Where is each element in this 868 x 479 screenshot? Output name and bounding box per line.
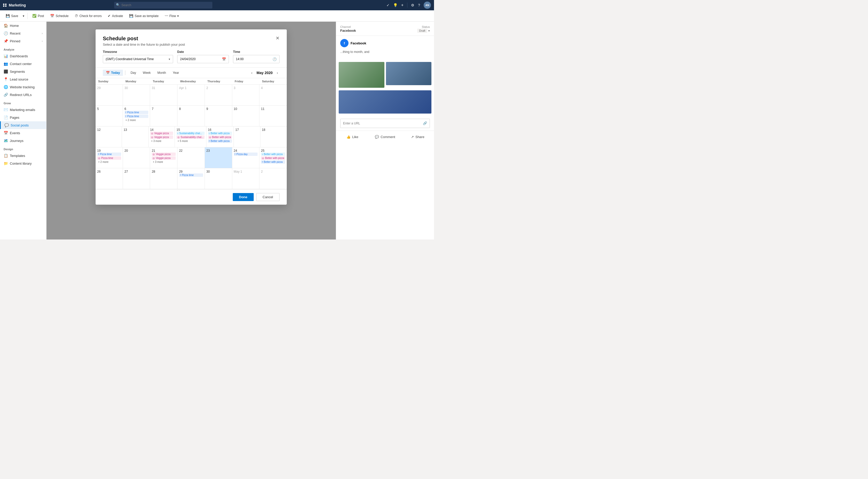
- cal-cell-20[interactable]: 20: [123, 147, 150, 168]
- sidebar-item-pages[interactable]: 📄 Pages: [0, 113, 46, 121]
- avatar[interactable]: AN: [424, 2, 431, 9]
- cal-cell-9[interactable]: 9: [205, 106, 232, 126]
- plus-icon[interactable]: +: [401, 3, 404, 7]
- cal-cell-17[interactable]: 17: [234, 127, 260, 147]
- calendar-event[interactable]: f Pizza time: [179, 173, 203, 177]
- cal-cell-31[interactable]: 31: [150, 84, 178, 105]
- cal-cell-29[interactable]: 29: [96, 84, 123, 105]
- sidebar-item-journeys[interactable]: 🗺️ Journeys: [0, 137, 46, 144]
- modal-close-button[interactable]: ✕: [273, 34, 282, 42]
- sidebar-item-recent[interactable]: 🕐 Recent ›: [0, 29, 46, 37]
- cancel-button[interactable]: Cancel: [256, 193, 280, 201]
- date-input[interactable]: 24/04/2020 📅: [177, 55, 229, 63]
- more-events-link[interactable]: + 3 more: [150, 139, 173, 143]
- cal-cell-30[interactable]: 30: [123, 84, 150, 105]
- cal-cell-18[interactable]: 18: [260, 127, 287, 147]
- tab-today[interactable]: 📅 Today: [103, 70, 123, 76]
- more-events-link[interactable]: + 2 more: [125, 118, 149, 122]
- sidebar-item-events[interactable]: 📅 Events: [0, 129, 46, 137]
- search-input[interactable]: [114, 2, 212, 8]
- calendar-event[interactable]: f Better with pizza: [261, 160, 285, 164]
- cal-cell-3[interactable]: 3: [232, 84, 259, 105]
- cal-cell-24[interactable]: 24 f Pizza day: [232, 147, 259, 168]
- more-events-link[interactable]: + 2 more: [97, 160, 121, 164]
- sidebar-item-lead-source[interactable]: 📍 Lead source: [0, 75, 46, 83]
- sidebar-item-dashboards[interactable]: 📊 Dashboards: [0, 52, 46, 60]
- timezone-select[interactable]: (GMT) Coordinated Universal Time ▾: [103, 55, 173, 63]
- cal-cell-22[interactable]: 22: [178, 147, 205, 168]
- sidebar-item-content-library[interactable]: 📁 Content library: [0, 160, 46, 167]
- tab-year[interactable]: Year: [170, 70, 182, 76]
- lightbulb-icon[interactable]: 💡: [393, 3, 398, 7]
- status-chevron[interactable]: ▾: [428, 29, 430, 32]
- sidebar-item-marketing-emails[interactable]: ✉️ Marketing emails: [0, 106, 46, 113]
- calendar-event[interactable]: t Sustainability chal...: [177, 132, 204, 135]
- calendar-event[interactable]: ◎ Veggie pizza: [152, 152, 176, 156]
- checkmark-icon[interactable]: ✓: [386, 3, 390, 7]
- calendar-event[interactable]: ◎ Sustainability chal...: [177, 136, 204, 139]
- sidebar-item-redirect-urls[interactable]: 🔗 Redirect URLs: [0, 91, 46, 99]
- time-input[interactable]: 14:00 🕐: [233, 55, 280, 63]
- sidebar-item-templates[interactable]: 📋 Templates: [0, 152, 46, 160]
- calendar-event[interactable]: f Better with pizza: [208, 139, 232, 143]
- cal-cell-7[interactable]: 7: [150, 106, 178, 126]
- cal-cell-11[interactable]: 11: [259, 106, 287, 126]
- tab-week[interactable]: Week: [140, 70, 154, 76]
- save-as-template-button[interactable]: 💾 Save as template: [127, 13, 161, 19]
- sidebar-item-contact-center[interactable]: 👥 Contact center: [0, 60, 46, 68]
- sidebar-item-pinned[interactable]: 📌 Pinned ›: [0, 37, 46, 45]
- calendar-event[interactable]: f Pizza day: [234, 152, 258, 156]
- url-input[interactable]: [343, 122, 421, 125]
- tab-month[interactable]: Month: [154, 70, 169, 76]
- calendar-event[interactable]: ◎ Pizza time: [97, 157, 121, 160]
- cal-cell-27[interactable]: 27: [123, 168, 150, 189]
- more-events-link[interactable]: + 5 more: [177, 139, 204, 143]
- save-dropdown-button[interactable]: ▾: [22, 13, 25, 19]
- post-button[interactable]: ✅ Post: [30, 13, 46, 19]
- help-icon[interactable]: ?: [418, 3, 420, 7]
- calendar-event[interactable]: t Better with pizza: [261, 152, 285, 156]
- cal-cell-23[interactable]: 23: [205, 147, 232, 168]
- cal-cell-30[interactable]: 30: [205, 168, 232, 189]
- cal-cell-15[interactable]: 15 t Sustainability chal... ◎ Sustainabi…: [175, 127, 206, 147]
- sidebar-item-segments[interactable]: ⬛ Segments: [0, 68, 46, 75]
- cal-cell-29b[interactable]: 29 f Pizza time: [178, 168, 205, 189]
- comment-action[interactable]: 💬 Comment: [369, 133, 401, 140]
- cal-cell-28[interactable]: 28: [150, 168, 178, 189]
- next-month-button[interactable]: ›: [275, 70, 280, 76]
- cal-cell-5[interactable]: 5: [96, 106, 123, 126]
- calendar-event[interactable]: t Better with pizza: [208, 132, 232, 135]
- flow-button[interactable]: 〰 Flow ▾: [162, 13, 181, 19]
- cal-cell-8[interactable]: 8: [178, 106, 205, 126]
- save-button[interactable]: 💾 Save: [3, 13, 21, 19]
- cal-cell-26[interactable]: 26: [96, 168, 123, 189]
- calendar-event[interactable]: ◎ Better with pizza: [208, 136, 232, 139]
- calendar-event[interactable]: ◎ Veggie pizza: [150, 136, 173, 139]
- like-action[interactable]: 👍 Like: [336, 133, 369, 140]
- cal-cell-12[interactable]: 12: [96, 127, 122, 147]
- calendar-event[interactable]: f Pizza time: [97, 152, 121, 156]
- cal-cell-apr1[interactable]: Apr 1: [178, 84, 205, 105]
- sidebar-item-home[interactable]: 🏠 Home: [0, 22, 46, 29]
- done-button[interactable]: Done: [233, 193, 254, 201]
- more-events-link[interactable]: + 3 more: [152, 160, 176, 164]
- calendar-event[interactable]: ◎ Veggie pizza: [150, 132, 173, 135]
- cal-cell-13[interactable]: 13: [122, 127, 148, 147]
- cal-cell-19[interactable]: 19 f Pizza time ◎ Pizza time + 2 more: [96, 147, 123, 168]
- prev-month-button[interactable]: ‹: [250, 70, 254, 76]
- settings-icon[interactable]: ⚙: [411, 3, 414, 7]
- calendar-event[interactable]: ◎ Better with pizza: [261, 157, 285, 160]
- calendar-event[interactable]: f Pizza time: [125, 114, 149, 118]
- calendar-event[interactable]: f Pizza time: [125, 111, 149, 114]
- sidebar-item-social-posts[interactable]: 💬 Social posts: [0, 121, 46, 129]
- tab-day[interactable]: Day: [127, 70, 139, 76]
- cal-cell-4[interactable]: 4: [259, 84, 287, 105]
- activate-button[interactable]: ✔ Activate: [105, 13, 126, 19]
- share-action[interactable]: ↗ Share: [401, 133, 434, 140]
- cal-cell-6[interactable]: 6 f Pizza time f Pizza time + 2 more: [123, 106, 150, 126]
- cal-cell-21[interactable]: 21 ◎ Veggie pizza ◎ Veggie pizza + 3 mor…: [150, 147, 178, 168]
- cal-cell-10[interactable]: 10: [232, 106, 259, 126]
- sidebar-item-website-tracking[interactable]: 🌐 Website tracking: [0, 83, 46, 91]
- check-errors-button[interactable]: ⏱ Check for errors: [72, 13, 104, 19]
- cal-cell-may1[interactable]: May 1: [232, 168, 259, 189]
